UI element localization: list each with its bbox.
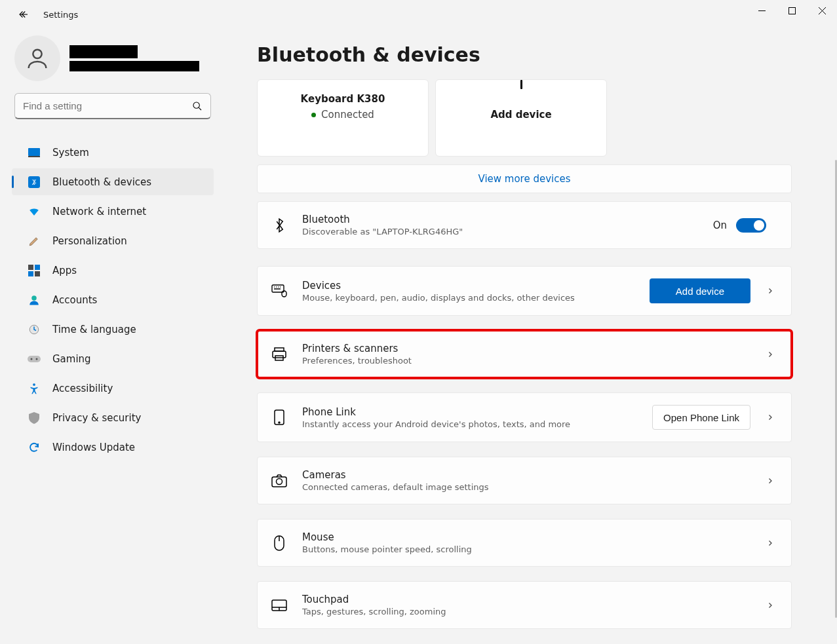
svg-rect-9 [35, 271, 40, 276]
chevron-right-icon [762, 350, 778, 358]
paintbrush-icon [28, 235, 41, 248]
row-subtitle: Buttons, mouse pointer speed, scrolling [302, 544, 762, 554]
camera-icon [271, 472, 288, 489]
touchpad-row[interactable]: Touchpad Taps, gestures, scrolling, zoom… [257, 581, 792, 629]
svg-point-10 [31, 295, 37, 301]
person-icon [24, 45, 50, 71]
printers-scanners-row[interactable]: Printers & scanners Preferences, trouble… [257, 330, 792, 378]
nav-label: Network & internet [52, 206, 146, 218]
search-icon [192, 101, 203, 111]
paired-device-card[interactable]: Keyboard K380 Connected [257, 79, 429, 157]
svg-rect-0 [788, 7, 795, 14]
devices-row[interactable]: Devices Mouse, keyboard, pen, audio, dis… [257, 266, 792, 316]
phone-link-row[interactable]: Phone Link Instantly access your Android… [257, 392, 792, 442]
nav-label: Apps [52, 265, 77, 276]
bluetooth-icon [28, 176, 41, 189]
nav-privacy[interactable]: Privacy & security [12, 404, 214, 431]
cameras-row[interactable]: Cameras Connected cameras, default image… [257, 457, 792, 504]
svg-point-14 [36, 358, 38, 360]
device-name: Keyboard K380 [301, 93, 385, 105]
row-title: Printers & scanners [302, 343, 762, 354]
wifi-icon [28, 205, 41, 218]
mouse-row[interactable]: Mouse Buttons, mouse pointer speed, scro… [257, 519, 792, 567]
page-title: Bluetooth & devices [257, 43, 829, 66]
user-block[interactable] [0, 34, 225, 93]
nav-accessibility[interactable]: Accessibility [12, 375, 214, 402]
close-icon [819, 7, 826, 14]
maximize-button[interactable] [777, 0, 807, 21]
mouse-icon [271, 535, 288, 552]
search-input[interactable] [14, 93, 211, 119]
chevron-right-icon [762, 413, 778, 421]
svg-rect-4 [28, 156, 40, 157]
nav-label: Windows Update [52, 442, 135, 453]
svg-rect-6 [28, 265, 33, 270]
row-subtitle: Taps, gestures, scrolling, zooming [302, 607, 762, 616]
back-button[interactable] [12, 3, 35, 26]
view-more-devices-link[interactable]: View more devices [257, 164, 792, 193]
row-title: Touchpad [302, 594, 762, 605]
svg-rect-7 [35, 265, 40, 270]
nav-apps[interactable]: Apps [12, 257, 214, 284]
svg-rect-3 [28, 148, 40, 156]
svg-point-15 [33, 383, 35, 386]
nav-gaming[interactable]: Gaming [12, 345, 214, 372]
add-device-button[interactable]: Add device [650, 278, 750, 303]
display-icon [28, 146, 41, 159]
plus-icon [520, 80, 522, 89]
nav-personalization[interactable]: Personalization [12, 227, 214, 254]
accessibility-icon [28, 382, 41, 395]
svg-point-22 [279, 422, 280, 423]
svg-rect-8 [28, 271, 33, 276]
svg-point-2 [193, 102, 199, 108]
svg-rect-19 [273, 351, 286, 358]
keyboard-mouse-icon [271, 282, 288, 299]
nav-accounts[interactable]: Accounts [12, 286, 214, 313]
nav-label: Privacy & security [52, 412, 141, 424]
touchpad-icon [271, 597, 288, 614]
view-more-label: View more devices [478, 173, 570, 185]
svg-point-24 [277, 478, 282, 484]
nav-windows-update[interactable]: Windows Update [12, 434, 214, 461]
apps-icon [28, 264, 41, 277]
bluetooth-toggle[interactable] [736, 218, 766, 233]
nav-label: Personalization [52, 235, 127, 247]
nav-system[interactable]: System [12, 139, 214, 166]
chevron-right-icon [762, 477, 778, 485]
nav-label: Bluetooth & devices [52, 176, 151, 188]
avatar [14, 35, 60, 81]
chevron-right-icon [762, 287, 778, 295]
open-phone-link-button[interactable]: Open Phone Link [652, 405, 750, 430]
nav: System Bluetooth & devices Network & int… [0, 138, 225, 462]
row-subtitle: Connected cameras, default image setting… [302, 482, 762, 492]
printer-icon [271, 346, 288, 363]
nav-label: System [52, 147, 89, 159]
minimize-button[interactable] [747, 0, 777, 21]
add-device-card[interactable]: Add device [435, 79, 607, 157]
search-field[interactable] [23, 100, 192, 111]
nav-bluetooth-devices[interactable]: Bluetooth & devices [12, 168, 214, 195]
close-button[interactable] [807, 0, 837, 21]
nav-time-language[interactable]: Time & language [12, 316, 214, 343]
arrow-left-icon [18, 9, 29, 20]
chevron-right-icon [762, 539, 778, 547]
row-title: Cameras [302, 469, 762, 481]
phone-icon [271, 409, 288, 426]
chevron-right-icon [762, 601, 778, 609]
gamepad-icon [28, 352, 41, 366]
clock-globe-icon [28, 323, 41, 336]
minimize-icon [758, 7, 766, 14]
nav-label: Gaming [52, 353, 91, 365]
row-title: Devices [302, 280, 650, 292]
row-title: Bluetooth [302, 214, 713, 225]
nav-label: Accessibility [52, 383, 113, 394]
row-title: Phone Link [302, 406, 652, 418]
row-subtitle: Mouse, keyboard, pen, audio, displays an… [302, 293, 650, 303]
bluetooth-icon [271, 217, 288, 234]
account-icon [28, 294, 41, 307]
nav-network[interactable]: Network & internet [12, 198, 214, 225]
app-title: Settings [43, 10, 78, 20]
refresh-icon [28, 441, 41, 454]
bluetooth-toggle-row[interactable]: Bluetooth Discoverable as "LAPTOP-KLRG46… [257, 201, 792, 249]
svg-point-13 [31, 358, 33, 360]
